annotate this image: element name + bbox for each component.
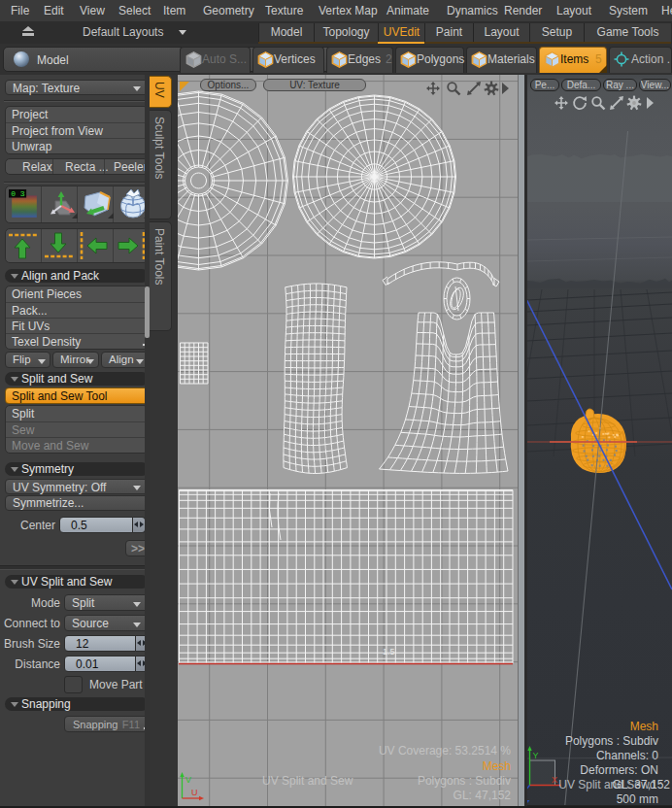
svg-text:X: X [552,775,557,785]
svg-text:Y: Y [533,751,539,760]
svg-text:1.5: 1.5 [383,647,395,656]
svg-text:0 3: 0 3 [11,189,25,198]
